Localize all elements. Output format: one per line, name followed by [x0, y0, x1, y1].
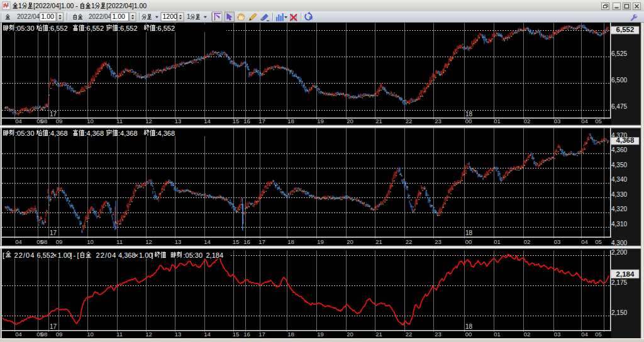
svg-text:08: 08 — [41, 238, 48, 245]
svg-text:02: 02 — [524, 118, 531, 124]
svg-text:22: 22 — [406, 118, 413, 124]
svg-text::05:30: :05:30 — [15, 25, 35, 32]
svg-text:17: 17 — [258, 238, 265, 245]
svg-text:16: 16 — [243, 118, 250, 124]
svg-text:4,300: 4,300 — [611, 240, 627, 246]
svg-text:04: 04 — [15, 238, 22, 245]
svg-text:18: 18 — [287, 118, 294, 124]
svg-text:4,360: 4,360 — [611, 146, 627, 153]
svg-text:10: 10 — [87, 118, 94, 124]
svg-text::6,552: :6,552 — [156, 25, 175, 32]
svg-text:6,500: 6,500 — [611, 77, 627, 84]
svg-text:04: 04 — [581, 238, 588, 245]
svg-text:17: 17 — [50, 323, 57, 330]
svg-text:1200: 1200 — [163, 13, 178, 20]
svg-text:22/04: 22/04 — [96, 251, 117, 259]
svg-text:6,475: 6,475 — [611, 103, 627, 110]
svg-text:22: 22 — [406, 331, 413, 338]
svg-text:09: 09 — [56, 118, 63, 124]
svg-text:15: 15 — [233, 238, 240, 245]
svg-text:23: 23 — [435, 238, 441, 245]
svg-text:01: 01 — [494, 118, 501, 124]
svg-text:2,184: 2,184 — [206, 251, 224, 259]
svg-text:12: 12 — [145, 118, 152, 124]
svg-text:×: × — [135, 251, 138, 259]
svg-text:21: 21 — [375, 238, 382, 245]
svg-text:6,552: 6,552 — [616, 26, 635, 33]
svg-text:00: 00 — [465, 118, 472, 124]
svg-text:1.00: 1.00 — [58, 251, 71, 259]
svg-text:18: 18 — [465, 229, 473, 236]
svg-text:13: 13 — [175, 118, 182, 124]
svg-text:23: 23 — [435, 331, 441, 338]
svg-text:17: 17 — [50, 111, 57, 118]
svg-text:18: 18 — [287, 238, 294, 245]
svg-text:03: 03 — [554, 238, 561, 245]
svg-text:13: 13 — [175, 331, 182, 338]
svg-text:08: 08 — [41, 118, 48, 124]
svg-text:19: 19 — [317, 331, 324, 338]
svg-text:15: 15 — [233, 331, 240, 338]
svg-text:1: 1 — [18, 2, 22, 9]
svg-text:18: 18 — [465, 111, 473, 118]
svg-text:16: 16 — [243, 238, 250, 245]
svg-text:20: 20 — [347, 238, 353, 245]
svg-text:04: 04 — [15, 118, 22, 124]
svg-text:17: 17 — [50, 229, 57, 236]
svg-text:18: 18 — [287, 331, 294, 338]
svg-text:04: 04 — [581, 118, 588, 124]
svg-text:04: 04 — [581, 331, 588, 338]
svg-text:21: 21 — [375, 331, 382, 338]
svg-text:15: 15 — [233, 118, 240, 124]
svg-text:1: 1 — [187, 13, 191, 20]
svg-text::6,552: :6,552 — [48, 25, 68, 32]
svg-text:17: 17 — [258, 118, 265, 124]
svg-text:03: 03 — [554, 118, 561, 124]
svg-text:4,350: 4,350 — [611, 162, 627, 168]
svg-text::4,368: :4,368 — [156, 130, 175, 137]
svg-text:[2022/04]1.00 -: [2022/04]1.00 - — [33, 2, 78, 9]
svg-text:[: [ — [3, 251, 4, 259]
svg-text::05:30: :05:30 — [15, 130, 35, 137]
svg-text:11: 11 — [116, 331, 123, 338]
svg-text:19: 19 — [317, 118, 324, 124]
svg-text:10: 10 — [87, 238, 94, 245]
svg-text:22: 22 — [406, 238, 413, 245]
svg-text:20: 20 — [347, 331, 353, 338]
svg-text:02: 02 — [524, 238, 531, 245]
svg-text:[: [ — [77, 251, 79, 259]
svg-text:R: R — [309, 15, 313, 21]
svg-text:09: 09 — [56, 238, 63, 245]
svg-text:14: 14 — [204, 118, 211, 124]
svg-text:2022/04: 2022/04 — [17, 13, 40, 20]
svg-text:2,184: 2,184 — [616, 270, 635, 278]
svg-text:×: × — [53, 251, 57, 259]
svg-text:11: 11 — [116, 118, 123, 124]
svg-text:10: 10 — [87, 331, 94, 338]
svg-text:20: 20 — [347, 118, 353, 124]
svg-text:6,552: 6,552 — [37, 251, 55, 259]
svg-text:[2022/04]1.00: [2022/04]1.00 — [106, 2, 147, 9]
svg-text:]: ] — [70, 251, 72, 259]
svg-text:17: 17 — [258, 331, 265, 338]
svg-text:4,368: 4,368 — [616, 136, 635, 144]
svg-text:1.00: 1.00 — [113, 13, 126, 20]
svg-text:00: 00 — [465, 238, 472, 245]
svg-text::4,368: :4,368 — [118, 130, 138, 137]
svg-text:2,175: 2,175 — [611, 279, 627, 286]
svg-text:05: 05 — [595, 331, 602, 338]
svg-text:-: - — [74, 251, 76, 259]
svg-text:02: 02 — [524, 331, 531, 338]
svg-text::05:30: :05:30 — [184, 251, 203, 259]
svg-text:14: 14 — [204, 238, 211, 245]
svg-text:2022/04: 2022/04 — [89, 13, 112, 20]
svg-text:14: 14 — [204, 331, 211, 338]
svg-text:16: 16 — [243, 331, 250, 338]
svg-text:4,320: 4,320 — [611, 206, 627, 212]
svg-text:12: 12 — [145, 331, 152, 338]
svg-text:00: 00 — [465, 331, 472, 338]
svg-text:2,200: 2,200 — [611, 249, 627, 256]
svg-text:08: 08 — [41, 331, 48, 338]
svg-text:4,310: 4,310 — [611, 221, 627, 228]
svg-text::6,552: :6,552 — [85, 25, 104, 32]
